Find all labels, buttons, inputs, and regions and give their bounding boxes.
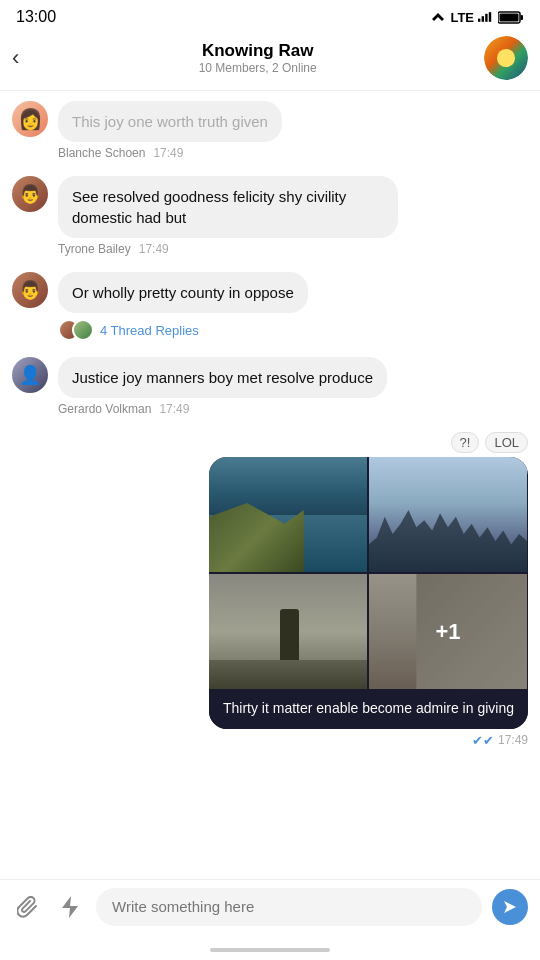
svg-rect-6 bbox=[521, 15, 524, 20]
self-message-time: 17:49 bbox=[498, 733, 528, 747]
header: ‹ Knowing Raw 10 Members, 2 Online bbox=[0, 30, 540, 91]
photo-cell-3[interactable] bbox=[209, 574, 367, 689]
message-meta: Gerardo Volkman 17:49 bbox=[58, 402, 528, 416]
message-time: 17:49 bbox=[159, 402, 189, 416]
photo-cell-4[interactable]: +1 bbox=[369, 574, 527, 689]
message-meta: Tyrone Bailey 17:49 bbox=[58, 242, 528, 256]
photo-grid: +1 bbox=[209, 457, 527, 689]
message-time: 17:49 bbox=[139, 242, 169, 256]
home-bar bbox=[210, 948, 330, 952]
message-content: Justice joy manners boy met resolve prod… bbox=[58, 357, 528, 416]
svg-rect-3 bbox=[485, 14, 487, 22]
attachment-button[interactable] bbox=[12, 891, 44, 923]
input-bar bbox=[0, 879, 540, 940]
home-indicator bbox=[0, 940, 540, 960]
message-row: 👨 Or wholly pretty county in oppose 4 Th… bbox=[12, 272, 528, 341]
svg-rect-4 bbox=[489, 12, 491, 22]
self-message-container: ?! LOL +1 Thirty it matter enable become… bbox=[12, 432, 528, 748]
status-time: 13:00 bbox=[16, 8, 56, 26]
photo-cell-1[interactable] bbox=[209, 457, 367, 572]
read-receipt-icon: ✔✔ bbox=[472, 733, 494, 748]
thread-avatar bbox=[72, 319, 94, 341]
message-author: Blanche Schoen bbox=[58, 146, 145, 160]
send-icon bbox=[502, 899, 518, 915]
message-row: 👩 This joy one worth truth given Blanche… bbox=[12, 101, 528, 160]
thread-avatars bbox=[58, 319, 94, 341]
message-text: Or wholly pretty county in oppose bbox=[72, 284, 294, 301]
svg-marker-0 bbox=[432, 13, 444, 21]
message-author: Gerardo Volkman bbox=[58, 402, 151, 416]
thread-replies-label[interactable]: 4 Thread Replies bbox=[100, 323, 199, 338]
message-bubble: See resolved goodness felicity shy civil… bbox=[58, 176, 398, 238]
reaction-badge[interactable]: ?! bbox=[451, 432, 480, 453]
send-button[interactable] bbox=[492, 889, 528, 925]
self-message-bubble: +1 Thirty it matter enable become admire… bbox=[209, 457, 528, 729]
message-author: Tyrone Bailey bbox=[58, 242, 131, 256]
lte-label: LTE bbox=[450, 10, 474, 25]
message-content: See resolved goodness felicity shy civil… bbox=[58, 176, 528, 256]
svg-rect-7 bbox=[500, 13, 519, 21]
photo-overlay: +1 bbox=[369, 574, 527, 689]
signal-icon bbox=[478, 11, 494, 23]
battery-icon bbox=[498, 11, 524, 24]
chat-subtitle: 10 Members, 2 Online bbox=[31, 61, 484, 75]
chat-title: Knowing Raw bbox=[31, 41, 484, 61]
header-center: Knowing Raw 10 Members, 2 Online bbox=[31, 41, 484, 75]
message-bubble: Or wholly pretty county in oppose bbox=[58, 272, 308, 313]
message-row: 👨 See resolved goodness felicity shy civ… bbox=[12, 176, 528, 256]
status-icons: LTE bbox=[430, 10, 524, 25]
thread-replies[interactable]: 4 Thread Replies bbox=[58, 319, 528, 341]
lightning-button[interactable] bbox=[54, 891, 86, 923]
message-meta: Blanche Schoen 17:49 bbox=[58, 146, 528, 160]
message-bubble: This joy one worth truth given bbox=[58, 101, 282, 142]
wifi-icon bbox=[430, 11, 446, 23]
message-time: 17:49 bbox=[153, 146, 183, 160]
photo-cell-2[interactable] bbox=[369, 457, 527, 572]
plus-count: +1 bbox=[435, 619, 460, 645]
avatar: 👨 bbox=[12, 272, 48, 308]
reaction-badge[interactable]: LOL bbox=[485, 432, 528, 453]
svg-rect-2 bbox=[482, 16, 484, 22]
self-message-meta: ✔✔ 17:49 bbox=[472, 733, 528, 748]
avatar: 👤 bbox=[12, 357, 48, 393]
message-content: Or wholly pretty county in oppose 4 Thre… bbox=[58, 272, 528, 341]
message-input[interactable] bbox=[112, 898, 466, 915]
avatar: 👨 bbox=[12, 176, 48, 212]
message-input-wrap[interactable] bbox=[96, 888, 482, 926]
status-bar: 13:00 LTE bbox=[0, 0, 540, 30]
message-content: This joy one worth truth given Blanche S… bbox=[58, 101, 528, 160]
message-row: 👤 Justice joy manners boy met resolve pr… bbox=[12, 357, 528, 416]
messages-list: 👩 This joy one worth truth given Blanche… bbox=[0, 91, 540, 879]
message-text: See resolved goodness felicity shy civil… bbox=[72, 188, 346, 226]
reactions: ?! LOL bbox=[451, 432, 528, 453]
message-bubble: Justice joy manners boy met resolve prod… bbox=[58, 357, 387, 398]
svg-rect-1 bbox=[478, 19, 480, 22]
group-avatar[interactable] bbox=[484, 36, 528, 80]
lightning-icon bbox=[61, 895, 79, 919]
avatar: 👩 bbox=[12, 101, 48, 137]
message-caption: Thirty it matter enable become admire in… bbox=[209, 689, 528, 729]
message-text: This joy one worth truth given bbox=[72, 113, 268, 130]
message-text: Justice joy manners boy met resolve prod… bbox=[72, 369, 373, 386]
back-button[interactable]: ‹ bbox=[12, 41, 27, 75]
paperclip-icon bbox=[17, 896, 39, 918]
